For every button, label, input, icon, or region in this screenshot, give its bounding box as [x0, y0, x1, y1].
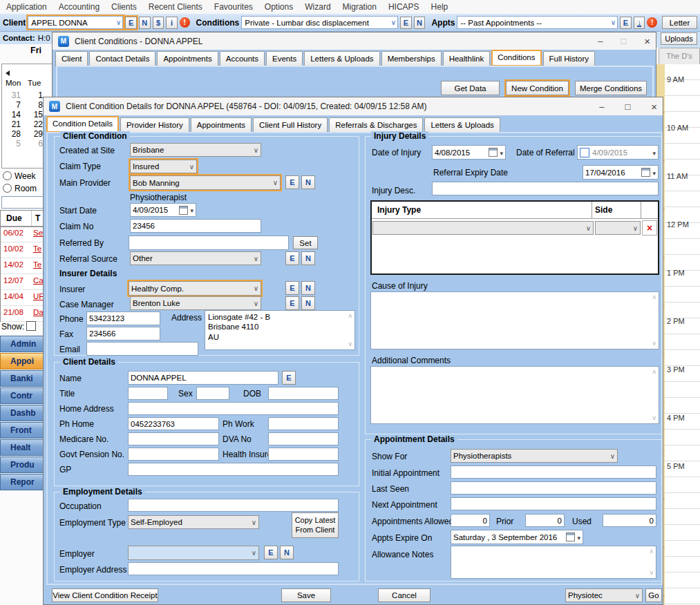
sidebar-item-products[interactable]: Produ — [0, 457, 49, 473]
date-of-referral-picker[interactable]: 4/09/2015 — [577, 145, 659, 160]
created-at-site-dropdown[interactable]: Brisbane — [130, 143, 261, 157]
menu-accounting[interactable]: Accounting — [59, 2, 100, 12]
sidebar-item-contracts[interactable]: Contr — [0, 387, 49, 404]
due-link[interactable]: Te — [33, 244, 41, 253]
delete-row-icon[interactable]: × — [642, 220, 657, 236]
due-link[interactable]: Da — [33, 308, 44, 316]
case-manager-new-button[interactable]: N — [301, 296, 315, 310]
sidebar-item-health[interactable]: Healt — [0, 439, 49, 456]
insurer-address-textarea[interactable]: Lionsgate #42 - B Brisbane 4110 AU — [205, 310, 355, 350]
minical-day[interactable]: 6 — [25, 139, 43, 148]
cancel-button[interactable]: Cancel — [378, 588, 431, 602]
home-address-input[interactable] — [128, 402, 339, 415]
new-condition-button[interactable]: New Condition — [506, 81, 569, 95]
tab-condition-details[interactable]: Condition Details — [46, 116, 119, 133]
insurer-edit-button[interactable]: E — [285, 281, 299, 295]
menu-migration[interactable]: Migration — [343, 2, 377, 12]
minimize-icon[interactable]: – — [599, 102, 604, 111]
minimize-icon[interactable]: – — [598, 37, 603, 46]
employment-type-dropdown[interactable]: Self-Employed — [128, 515, 259, 529]
referral-source-dropdown[interactable]: Other — [130, 251, 261, 265]
client-combobox[interactable]: APPEL DONNA — [28, 16, 123, 29]
week-radio[interactable]: Week — [3, 171, 35, 181]
provider-new-button[interactable]: N — [301, 175, 315, 189]
appts-alert-icon[interactable]: ! — [647, 17, 657, 28]
appts-edit-button[interactable]: E — [620, 17, 632, 29]
insurer-dropdown[interactable]: Healthy Comp. — [129, 281, 261, 296]
tab-referrals-discharges[interactable]: Referrals & Discharges — [329, 117, 423, 133]
referred-by-input[interactable] — [129, 236, 289, 250]
fax-input[interactable]: 234566 — [86, 327, 160, 340]
minical-day[interactable]: 8 — [25, 100, 43, 110]
date-of-referral-checkbox[interactable] — [580, 148, 589, 157]
minical-day[interactable]: 31 — [3, 90, 21, 100]
menu-hicaps[interactable]: HICAPS — [388, 2, 419, 12]
tab-dialog-appointments[interactable]: Appointments — [191, 117, 252, 133]
merge-conditions-button[interactable]: Merge Conditions — [575, 81, 647, 95]
show-for-dropdown[interactable]: Physiotherapists — [451, 449, 618, 463]
minical-day[interactable]: 22 — [25, 119, 43, 129]
minical-day[interactable]: 29 — [25, 129, 43, 139]
referral-source-edit-button[interactable]: E — [285, 251, 299, 265]
sidebar-item-banking[interactable]: Banki — [0, 370, 49, 387]
referral-expiry-picker[interactable]: 17/04/2016 — [583, 165, 659, 180]
save-button[interactable]: Save — [281, 588, 331, 602]
schedule-grid[interactable] — [664, 64, 700, 605]
condition-new-button[interactable]: N — [414, 17, 426, 29]
gp-input[interactable] — [128, 463, 339, 476]
last-seen-input[interactable] — [451, 481, 656, 494]
condition-edit-button[interactable]: E — [400, 17, 412, 29]
next-appointment-input[interactable] — [451, 497, 656, 510]
app-select-dropdown[interactable]: Physiotec — [565, 588, 643, 602]
due-link[interactable]: Te — [33, 260, 41, 269]
menu-clients[interactable]: Clients — [111, 2, 137, 12]
minical-day[interactable]: 21 — [3, 119, 21, 129]
used-input[interactable]: 0 — [603, 514, 656, 527]
main-provider-dropdown[interactable]: Bob Manning — [130, 175, 281, 190]
govt-pension-input[interactable] — [128, 448, 219, 461]
employer-new-button[interactable]: N — [280, 546, 294, 559]
tab-appointments[interactable]: Appointments — [157, 51, 218, 66]
tab-client-full-history[interactable]: Client Full History — [253, 117, 328, 133]
ph-work-input[interactable] — [268, 417, 339, 430]
view-client-condition-receipt-button[interactable]: View Client Condition Receipt — [52, 588, 158, 602]
get-data-button[interactable]: Get Data — [441, 81, 500, 95]
room-radio[interactable]: Room — [3, 184, 37, 193]
prior-input[interactable]: 0 — [525, 514, 565, 527]
dva-input[interactable] — [268, 432, 339, 445]
tab-accounts[interactable]: Accounts — [220, 51, 265, 66]
injury-desc-input[interactable] — [432, 182, 659, 195]
sex-input[interactable] — [196, 387, 229, 400]
start-date-picker[interactable]: 4/09/2015 — [130, 203, 196, 217]
injury-side-dropdown[interactable] — [595, 221, 641, 235]
tab-healthlink[interactable]: Healthlink — [443, 51, 491, 66]
client-billing-button[interactable]: $ — [153, 17, 164, 29]
client-info-button[interactable]: i — [166, 17, 178, 29]
injury-type-dropdown[interactable] — [372, 221, 594, 235]
appts-download-button[interactable]: ↓ — [634, 17, 645, 29]
due-link[interactable]: Se — [33, 229, 43, 237]
uploads-button[interactable]: Uploads — [661, 32, 697, 45]
case-manager-dropdown[interactable]: Brenton Luke — [130, 296, 261, 310]
client-edit-button[interactable]: E — [125, 17, 137, 29]
sidebar-item-reports[interactable]: Repor — [0, 474, 49, 490]
tab-conditions[interactable]: Conditions — [491, 50, 541, 66]
client-new-button[interactable]: N — [139, 17, 151, 29]
menu-application[interactable]: Application — [6, 2, 47, 12]
maximize-icon[interactable]: □ — [621, 37, 626, 46]
minical-day[interactable]: 1 — [25, 90, 43, 100]
insurer-new-button[interactable]: N — [301, 281, 315, 295]
initial-appointment-input[interactable] — [451, 465, 656, 479]
email-input[interactable] — [86, 342, 198, 356]
tab-full-history[interactable]: Full History — [543, 51, 596, 66]
tab-memberships[interactable]: Memberships — [381, 51, 442, 66]
menu-wizard[interactable]: Wizard — [305, 2, 330, 12]
title-input[interactable] — [128, 387, 168, 400]
maximize-icon[interactable]: □ — [625, 102, 630, 111]
filter-input[interactable] — [1, 196, 45, 209]
cause-of-injury-textarea[interactable] — [370, 291, 659, 349]
set-button[interactable]: Set — [293, 236, 318, 249]
sidebar-item-dashboard[interactable]: Dashb — [0, 405, 49, 421]
prev-month-icon[interactable] — [6, 70, 10, 76]
date-of-injury-picker[interactable]: 4/08/2015 — [432, 145, 506, 160]
